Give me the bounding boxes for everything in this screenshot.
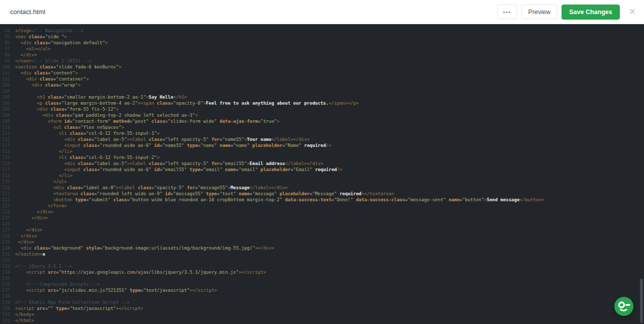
code-line: 120 <div class="label ae-8"><label class…	[0, 185, 644, 191]
code-text: </div>	[15, 209, 53, 215]
code-line: 124 </div>	[0, 209, 644, 215]
code-line: 127 </div>	[0, 227, 644, 233]
code-text: </div>	[15, 239, 34, 245]
line-number: 136	[0, 281, 10, 287]
ellipsis-icon: •••	[503, 9, 511, 15]
code-text: </li>	[15, 173, 72, 179]
line-number: 110	[0, 124, 10, 130]
code-text: </svg><!-- Navigation -->	[15, 28, 83, 34]
code-text: <li class="col-6-12 form-55-input-1">	[15, 130, 159, 136]
line-number: 111	[0, 130, 10, 136]
code-text: <form id="contact-form" method="post" cl…	[15, 118, 280, 124]
line-number: 99	[0, 58, 10, 64]
line-number: 117	[0, 167, 10, 173]
code-text: <div class="form-55 fix-5-12">	[15, 106, 119, 112]
code-text: <div class="pad padding-top-2 shadow lef…	[15, 112, 198, 118]
code-line: 99</nav><!-- Slide 1 (#55) -->	[0, 58, 644, 64]
code-text: <nav class="side ">	[15, 34, 67, 40]
code-line: 97 <ul></ul>	[0, 46, 644, 52]
line-number: 116	[0, 160, 10, 167]
line-number: 123	[0, 203, 10, 209]
app-window: { "header": { "filename": "contact.html"…	[0, 0, 644, 324]
code-line: 117 <input class="rounded wide ae-6" id=…	[0, 167, 644, 173]
code-line: 98 </div>	[0, 52, 644, 58]
code-text: <div class="container">	[15, 76, 89, 82]
code-line: 109 <form id="contact-form" method="post…	[0, 118, 644, 124]
code-line: 100<section class="slide fade-6 kenBurns…	[0, 64, 644, 70]
line-number: 103	[0, 82, 10, 88]
code-text: <li class="col-6-12 form-55-input-2">	[15, 154, 159, 160]
line-number: 113	[0, 142, 10, 148]
code-line: 107 <div class="form-55 fix-5-12">	[0, 106, 644, 112]
code-line: 126	[0, 221, 644, 227]
code-text: <ul class="flex noSpaces">	[15, 124, 124, 130]
chat-face-icon	[614, 297, 633, 316]
more-options-button[interactable]: •••	[497, 5, 517, 19]
code-text: </div>	[15, 52, 37, 58]
chat-widget-button[interactable]	[614, 297, 633, 316]
code-lines: 94</svg><!-- Navigation -->95<nav class=…	[0, 28, 644, 323]
line-number: 141	[0, 311, 10, 317]
code-text: <div class="content">	[15, 70, 78, 76]
code-line: 103 <div class="wrap">	[0, 82, 644, 88]
line-number: 94	[0, 28, 10, 34]
line-number: 102	[0, 76, 10, 82]
line-number: 122	[0, 197, 10, 203]
code-text: <button type="submit" class="button wide…	[15, 197, 544, 203]
code-line: 121 <textarea class="rounded left wide a…	[0, 191, 644, 197]
line-number: 118	[0, 173, 10, 179]
code-line: 111 <li class="col-6-12 form-55-input-1"…	[0, 130, 644, 136]
code-editor[interactable]: 94</svg><!-- Navigation -->95<nav class=…	[0, 24, 644, 324]
line-number: 107	[0, 106, 10, 112]
line-number: 132	[0, 257, 10, 263]
code-text: </ul>	[15, 179, 67, 185]
line-number: 128	[0, 233, 10, 239]
code-text: <div class="label ae-5"><label class="le…	[15, 160, 323, 167]
code-text: <!-- Compressed Scripts -->	[15, 281, 100, 287]
code-line: 105 <h1 class="smaller margin-bottom-2 a…	[0, 94, 644, 100]
code-line: 141</body>	[0, 311, 644, 317]
code-line: 128 </div>	[0, 233, 644, 239]
close-button[interactable]: ✕	[629, 8, 636, 16]
code-text: </form>	[15, 203, 67, 209]
line-number: 130	[0, 245, 10, 251]
code-line: 122 <button type="submit" class="button …	[0, 197, 644, 203]
code-text: <div class="label ae-5"><label class="le…	[15, 136, 309, 142]
code-line: 115 <li class="col-6-12 form-55-input-2"…	[0, 154, 644, 160]
code-line: 133<!-- jQuery 3.5.1 -->	[0, 263, 644, 269]
line-number: 109	[0, 118, 10, 124]
code-line: 113 <input class="rounded wide ae-6" id=…	[0, 142, 644, 148]
code-text: </nav><!-- Slide 1 (#55) -->	[15, 58, 92, 64]
code-text: </div>	[15, 227, 42, 233]
line-number: 129	[0, 239, 10, 245]
code-line: 134 <script src="https://ajax.googleapis…	[0, 269, 644, 275]
line-number: 124	[0, 209, 10, 215]
code-line: 94</svg><!-- Navigation -->	[0, 28, 644, 34]
preview-button[interactable]: Preview	[521, 5, 557, 19]
line-number: 108	[0, 112, 10, 118]
line-number: 137	[0, 287, 10, 293]
code-text: <div class="label ae-8"><label class="op…	[15, 185, 288, 191]
code-line: 142</html>	[0, 317, 644, 323]
code-line: 140<script src="" type="text/javascript"…	[0, 305, 644, 311]
code-line: 104	[0, 88, 644, 94]
code-line: 95<nav class="side ">	[0, 34, 644, 40]
line-number: 98	[0, 52, 10, 58]
code-line: 139<!-- Static App Form Collection Scrip…	[0, 299, 644, 305]
code-text: <script src="" type="text/javascript"></…	[15, 305, 143, 311]
code-line: 132	[0, 257, 644, 263]
code-line: 130 <div class="background" style="backg…	[0, 245, 644, 251]
line-number: 112	[0, 136, 10, 142]
scrollbar-thumb[interactable]	[640, 279, 643, 323]
code-text: <script src="https://ajax.googleapis.com…	[15, 269, 266, 275]
code-line: 101 <div class="content">	[0, 70, 644, 76]
line-number: 105	[0, 94, 10, 100]
header-actions: ••• Preview Save Changes ✕	[497, 5, 636, 20]
header-bar: contact.html ••• Preview Save Changes ✕	[0, 0, 644, 24]
line-number: 135	[0, 275, 10, 281]
code-text: <input class="rounded wide ae-6" id="nam…	[15, 142, 332, 148]
code-text: </div>	[15, 233, 37, 239]
save-changes-button[interactable]: Save Changes	[561, 5, 619, 20]
line-number: 138	[0, 293, 10, 299]
code-line: 106 <p class="large margin-bottom-4 ae-2…	[0, 100, 644, 106]
